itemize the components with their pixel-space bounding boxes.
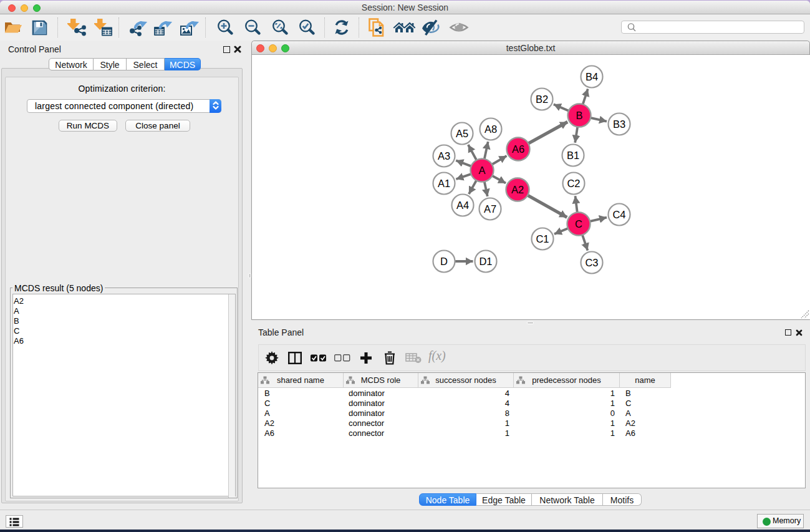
svg-text:A: A (478, 165, 485, 176)
svg-text:A2: A2 (511, 184, 524, 195)
svg-text:A7: A7 (484, 203, 496, 215)
svg-text:D1: D1 (479, 256, 492, 267)
svg-text:B3: B3 (613, 118, 625, 130)
svg-text:B1: B1 (567, 150, 579, 161)
svg-text:C: C (575, 218, 582, 230)
svg-text:C3: C3 (585, 257, 598, 268)
svg-text:A3: A3 (438, 150, 450, 162)
svg-text:B4: B4 (586, 71, 598, 82)
svg-text:A4: A4 (456, 200, 469, 211)
svg-text:C1: C1 (536, 233, 549, 244)
svg-text:C4: C4 (612, 209, 625, 220)
svg-text:A5: A5 (456, 128, 468, 139)
svg-text:B: B (576, 110, 582, 121)
svg-text:A8: A8 (485, 123, 497, 135)
svg-text:C2: C2 (567, 178, 580, 189)
svg-text:A6: A6 (512, 143, 524, 155)
svg-text:B2: B2 (536, 94, 548, 105)
svg-text:D: D (440, 256, 448, 267)
svg-text:A1: A1 (438, 178, 450, 189)
